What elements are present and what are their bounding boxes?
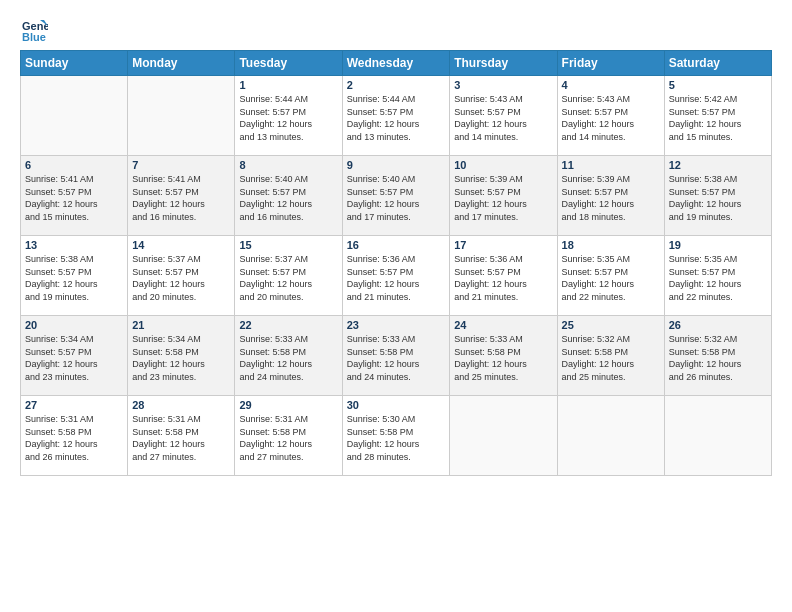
info-line: and 17 minutes. bbox=[454, 212, 518, 222]
info-line: Sunset: 5:57 PM bbox=[132, 267, 199, 277]
info-line: Sunset: 5:57 PM bbox=[669, 107, 736, 117]
info-line: Sunset: 5:57 PM bbox=[25, 347, 92, 357]
info-line: and 27 minutes. bbox=[132, 452, 196, 462]
day-info: Sunrise: 5:44 AMSunset: 5:57 PMDaylight:… bbox=[347, 93, 446, 143]
info-line: Sunset: 5:57 PM bbox=[562, 267, 629, 277]
day-info: Sunrise: 5:37 AMSunset: 5:57 PMDaylight:… bbox=[239, 253, 337, 303]
info-line: Daylight: 12 hours bbox=[347, 279, 420, 289]
info-line: Sunset: 5:57 PM bbox=[454, 107, 521, 117]
day-cell: 7Sunrise: 5:41 AMSunset: 5:57 PMDaylight… bbox=[128, 156, 235, 236]
info-line: Sunset: 5:57 PM bbox=[669, 187, 736, 197]
week-row-4: 20Sunrise: 5:34 AMSunset: 5:57 PMDayligh… bbox=[21, 316, 772, 396]
info-line: and 26 minutes. bbox=[669, 372, 733, 382]
day-number: 11 bbox=[562, 159, 660, 171]
info-line: and 18 minutes. bbox=[562, 212, 626, 222]
info-line: Sunrise: 5:38 AM bbox=[25, 254, 94, 264]
info-line: Sunrise: 5:44 AM bbox=[347, 94, 416, 104]
day-info: Sunrise: 5:32 AMSunset: 5:58 PMDaylight:… bbox=[562, 333, 660, 383]
day-number: 2 bbox=[347, 79, 446, 91]
day-cell: 23Sunrise: 5:33 AMSunset: 5:58 PMDayligh… bbox=[342, 316, 450, 396]
day-cell: 3Sunrise: 5:43 AMSunset: 5:57 PMDaylight… bbox=[450, 76, 557, 156]
day-cell: 29Sunrise: 5:31 AMSunset: 5:58 PMDayligh… bbox=[235, 396, 342, 476]
info-line: Daylight: 12 hours bbox=[562, 119, 635, 129]
info-line: Sunset: 5:57 PM bbox=[454, 267, 521, 277]
info-line: and 19 minutes. bbox=[25, 292, 89, 302]
info-line: Sunset: 5:57 PM bbox=[562, 187, 629, 197]
info-line: Sunrise: 5:36 AM bbox=[347, 254, 416, 264]
info-line: Sunrise: 5:33 AM bbox=[454, 334, 523, 344]
info-line: Daylight: 12 hours bbox=[132, 439, 205, 449]
day-number: 12 bbox=[669, 159, 767, 171]
week-row-3: 13Sunrise: 5:38 AMSunset: 5:57 PMDayligh… bbox=[21, 236, 772, 316]
info-line: Sunrise: 5:37 AM bbox=[132, 254, 201, 264]
day-info: Sunrise: 5:38 AMSunset: 5:57 PMDaylight:… bbox=[25, 253, 123, 303]
day-cell: 8Sunrise: 5:40 AMSunset: 5:57 PMDaylight… bbox=[235, 156, 342, 236]
day-info: Sunrise: 5:43 AMSunset: 5:57 PMDaylight:… bbox=[454, 93, 552, 143]
info-line: Sunset: 5:58 PM bbox=[132, 427, 199, 437]
info-line: Sunrise: 5:33 AM bbox=[347, 334, 416, 344]
day-number: 14 bbox=[132, 239, 230, 251]
day-cell: 2Sunrise: 5:44 AMSunset: 5:57 PMDaylight… bbox=[342, 76, 450, 156]
info-line: and 13 minutes. bbox=[239, 132, 303, 142]
info-line: and 25 minutes. bbox=[562, 372, 626, 382]
info-line: Sunrise: 5:43 AM bbox=[454, 94, 523, 104]
info-line: and 15 minutes. bbox=[25, 212, 89, 222]
page: General Blue SundayMondayTuesdayWednesda… bbox=[0, 0, 792, 488]
day-cell: 26Sunrise: 5:32 AMSunset: 5:58 PMDayligh… bbox=[664, 316, 771, 396]
info-line: Sunset: 5:57 PM bbox=[239, 267, 306, 277]
calendar-table: SundayMondayTuesdayWednesdayThursdayFrid… bbox=[20, 50, 772, 476]
info-line: and 14 minutes. bbox=[562, 132, 626, 142]
info-line: Daylight: 12 hours bbox=[454, 119, 527, 129]
day-cell: 25Sunrise: 5:32 AMSunset: 5:58 PMDayligh… bbox=[557, 316, 664, 396]
logo-icon: General Blue bbox=[20, 16, 48, 44]
info-line: Sunrise: 5:43 AM bbox=[562, 94, 631, 104]
info-line: Sunrise: 5:36 AM bbox=[454, 254, 523, 264]
day-number: 3 bbox=[454, 79, 552, 91]
day-cell: 1Sunrise: 5:44 AMSunset: 5:57 PMDaylight… bbox=[235, 76, 342, 156]
day-number: 19 bbox=[669, 239, 767, 251]
day-cell bbox=[450, 396, 557, 476]
week-row-5: 27Sunrise: 5:31 AMSunset: 5:58 PMDayligh… bbox=[21, 396, 772, 476]
day-info: Sunrise: 5:43 AMSunset: 5:57 PMDaylight:… bbox=[562, 93, 660, 143]
day-cell: 22Sunrise: 5:33 AMSunset: 5:58 PMDayligh… bbox=[235, 316, 342, 396]
day-info: Sunrise: 5:31 AMSunset: 5:58 PMDaylight:… bbox=[132, 413, 230, 463]
day-cell: 30Sunrise: 5:30 AMSunset: 5:58 PMDayligh… bbox=[342, 396, 450, 476]
day-info: Sunrise: 5:42 AMSunset: 5:57 PMDaylight:… bbox=[669, 93, 767, 143]
info-line: and 21 minutes. bbox=[454, 292, 518, 302]
info-line: Sunset: 5:58 PM bbox=[669, 347, 736, 357]
info-line: Sunrise: 5:35 AM bbox=[669, 254, 738, 264]
day-info: Sunrise: 5:33 AMSunset: 5:58 PMDaylight:… bbox=[347, 333, 446, 383]
day-cell bbox=[128, 76, 235, 156]
info-line: Daylight: 12 hours bbox=[347, 439, 420, 449]
info-line: Daylight: 12 hours bbox=[132, 279, 205, 289]
info-line: Sunset: 5:58 PM bbox=[239, 427, 306, 437]
info-line: and 21 minutes. bbox=[347, 292, 411, 302]
info-line: and 17 minutes. bbox=[347, 212, 411, 222]
day-cell: 4Sunrise: 5:43 AMSunset: 5:57 PMDaylight… bbox=[557, 76, 664, 156]
day-info: Sunrise: 5:44 AMSunset: 5:57 PMDaylight:… bbox=[239, 93, 337, 143]
info-line: Sunrise: 5:41 AM bbox=[132, 174, 201, 184]
day-info: Sunrise: 5:31 AMSunset: 5:58 PMDaylight:… bbox=[25, 413, 123, 463]
day-number: 10 bbox=[454, 159, 552, 171]
info-line: Sunset: 5:58 PM bbox=[347, 427, 414, 437]
info-line: Sunset: 5:57 PM bbox=[347, 267, 414, 277]
info-line: Sunrise: 5:34 AM bbox=[132, 334, 201, 344]
info-line: and 20 minutes. bbox=[132, 292, 196, 302]
col-header-monday: Monday bbox=[128, 51, 235, 76]
day-info: Sunrise: 5:36 AMSunset: 5:57 PMDaylight:… bbox=[454, 253, 552, 303]
info-line: Daylight: 12 hours bbox=[239, 279, 312, 289]
info-line: and 24 minutes. bbox=[239, 372, 303, 382]
day-info: Sunrise: 5:39 AMSunset: 5:57 PMDaylight:… bbox=[454, 173, 552, 223]
day-number: 20 bbox=[25, 319, 123, 331]
day-info: Sunrise: 5:41 AMSunset: 5:57 PMDaylight:… bbox=[132, 173, 230, 223]
info-line: Daylight: 12 hours bbox=[669, 119, 742, 129]
day-number: 27 bbox=[25, 399, 123, 411]
info-line: and 22 minutes. bbox=[562, 292, 626, 302]
day-cell: 24Sunrise: 5:33 AMSunset: 5:58 PMDayligh… bbox=[450, 316, 557, 396]
day-number: 4 bbox=[562, 79, 660, 91]
info-line: and 22 minutes. bbox=[669, 292, 733, 302]
day-number: 15 bbox=[239, 239, 337, 251]
day-info: Sunrise: 5:41 AMSunset: 5:57 PMDaylight:… bbox=[25, 173, 123, 223]
info-line: Daylight: 12 hours bbox=[239, 439, 312, 449]
info-line: Sunset: 5:57 PM bbox=[239, 107, 306, 117]
